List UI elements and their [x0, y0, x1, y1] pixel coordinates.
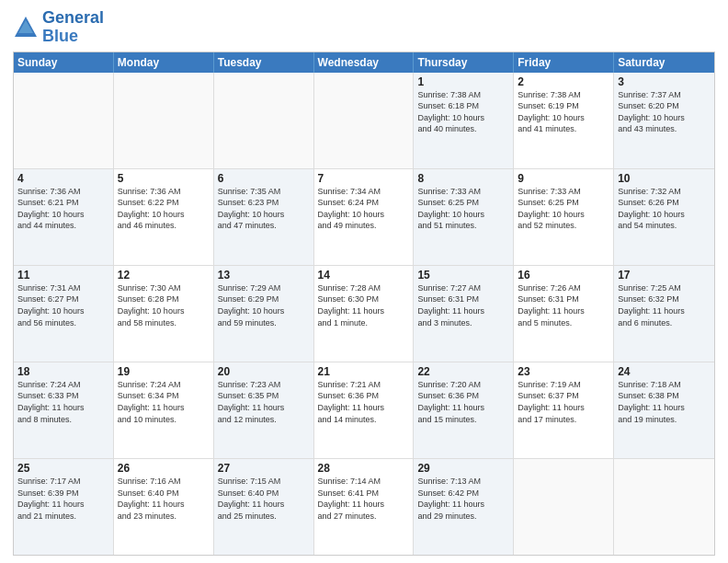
day-info: Sunrise: 7:29 AM Sunset: 6:29 PM Dayligh… — [218, 282, 310, 328]
calendar-week-3: 11Sunrise: 7:31 AM Sunset: 6:27 PM Dayli… — [14, 266, 714, 362]
calendar-cell: 8Sunrise: 7:33 AM Sunset: 6:25 PM Daylig… — [414, 169, 514, 265]
day-number: 23 — [518, 365, 609, 378]
calendar-cell: 19Sunrise: 7:24 AM Sunset: 6:34 PM Dayli… — [114, 362, 214, 458]
calendar-cell: 17Sunrise: 7:25 AM Sunset: 6:32 PM Dayli… — [614, 266, 714, 362]
day-number: 10 — [618, 172, 711, 185]
calendar-cell: 18Sunrise: 7:24 AM Sunset: 6:33 PM Dayli… — [14, 362, 114, 458]
calendar-cell: 3Sunrise: 7:37 AM Sunset: 6:20 PM Daylig… — [614, 73, 714, 168]
day-number: 26 — [118, 462, 210, 475]
header: General Blue — [13, 9, 715, 46]
day-number: 25 — [17, 462, 109, 475]
day-info: Sunrise: 7:18 AM Sunset: 6:38 PM Dayligh… — [618, 379, 711, 425]
day-info: Sunrise: 7:24 AM Sunset: 6:34 PM Dayligh… — [118, 379, 210, 425]
calendar-cell: 26Sunrise: 7:16 AM Sunset: 6:40 PM Dayli… — [114, 459, 214, 555]
calendar-week-2: 4Sunrise: 7:36 AM Sunset: 6:21 PM Daylig… — [14, 169, 714, 266]
day-number: 20 — [218, 365, 310, 378]
day-info: Sunrise: 7:34 AM Sunset: 6:24 PM Dayligh… — [318, 186, 410, 232]
day-info: Sunrise: 7:28 AM Sunset: 6:30 PM Dayligh… — [318, 282, 410, 328]
day-number: 8 — [417, 172, 509, 185]
calendar-cell: 5Sunrise: 7:36 AM Sunset: 6:22 PM Daylig… — [114, 169, 214, 265]
day-info: Sunrise: 7:23 AM Sunset: 6:35 PM Dayligh… — [218, 379, 310, 425]
calendar-cell: 7Sunrise: 7:34 AM Sunset: 6:24 PM Daylig… — [314, 169, 415, 265]
calendar-cell: 21Sunrise: 7:21 AM Sunset: 6:36 PM Dayli… — [314, 362, 415, 458]
calendar-header-row: SundayMondayTuesdayWednesdayThursdayFrid… — [14, 52, 714, 73]
calendar-cell — [14, 73, 114, 168]
day-number: 18 — [17, 365, 109, 378]
day-info: Sunrise: 7:27 AM Sunset: 6:31 PM Dayligh… — [417, 282, 509, 328]
calendar-cell: 13Sunrise: 7:29 AM Sunset: 6:29 PM Dayli… — [214, 266, 314, 362]
day-info: Sunrise: 7:19 AM Sunset: 6:37 PM Dayligh… — [518, 379, 609, 425]
day-info: Sunrise: 7:20 AM Sunset: 6:36 PM Dayligh… — [417, 379, 509, 425]
header-day-tuesday: Tuesday — [214, 52, 314, 73]
calendar-cell: 14Sunrise: 7:28 AM Sunset: 6:30 PM Dayli… — [314, 266, 415, 362]
calendar-cell: 1Sunrise: 7:38 AM Sunset: 6:18 PM Daylig… — [414, 73, 514, 168]
day-info: Sunrise: 7:16 AM Sunset: 6:40 PM Dayligh… — [118, 476, 210, 522]
day-info: Sunrise: 7:21 AM Sunset: 6:36 PM Dayligh… — [318, 379, 410, 425]
calendar-cell — [114, 73, 214, 168]
calendar-week-4: 18Sunrise: 7:24 AM Sunset: 6:33 PM Dayli… — [14, 362, 714, 459]
calendar-cell: 20Sunrise: 7:23 AM Sunset: 6:35 PM Dayli… — [214, 362, 314, 458]
calendar-cell: 22Sunrise: 7:20 AM Sunset: 6:36 PM Dayli… — [414, 362, 514, 458]
day-number: 4 — [17, 172, 109, 185]
day-info: Sunrise: 7:24 AM Sunset: 6:33 PM Dayligh… — [17, 379, 109, 425]
header-day-wednesday: Wednesday — [314, 52, 415, 73]
day-info: Sunrise: 7:31 AM Sunset: 6:27 PM Dayligh… — [17, 282, 109, 328]
day-number: 15 — [417, 269, 509, 282]
day-number: 22 — [417, 365, 509, 378]
day-number: 7 — [318, 172, 410, 185]
calendar-cell: 12Sunrise: 7:30 AM Sunset: 6:28 PM Dayli… — [114, 266, 214, 362]
calendar-cell: 27Sunrise: 7:15 AM Sunset: 6:40 PM Dayli… — [214, 459, 314, 555]
header-day-thursday: Thursday — [414, 52, 514, 73]
day-info: Sunrise: 7:13 AM Sunset: 6:42 PM Dayligh… — [417, 476, 509, 522]
calendar: SundayMondayTuesdayWednesdayThursdayFrid… — [13, 52, 715, 556]
day-info: Sunrise: 7:35 AM Sunset: 6:23 PM Dayligh… — [218, 186, 310, 232]
day-info: Sunrise: 7:32 AM Sunset: 6:26 PM Dayligh… — [618, 186, 711, 232]
logo: General Blue — [13, 9, 104, 46]
day-info: Sunrise: 7:36 AM Sunset: 6:22 PM Dayligh… — [118, 186, 210, 232]
day-info: Sunrise: 7:30 AM Sunset: 6:28 PM Dayligh… — [118, 282, 210, 328]
calendar-cell: 6Sunrise: 7:35 AM Sunset: 6:23 PM Daylig… — [214, 169, 314, 265]
day-info: Sunrise: 7:37 AM Sunset: 6:20 PM Dayligh… — [618, 89, 711, 135]
calendar-cell — [214, 73, 314, 168]
day-info: Sunrise: 7:38 AM Sunset: 6:19 PM Dayligh… — [518, 89, 609, 135]
day-number: 16 — [518, 269, 609, 282]
header-day-friday: Friday — [514, 52, 614, 73]
calendar-week-1: 1Sunrise: 7:38 AM Sunset: 6:18 PM Daylig… — [14, 73, 714, 169]
header-day-saturday: Saturday — [614, 52, 714, 73]
day-info: Sunrise: 7:26 AM Sunset: 6:31 PM Dayligh… — [518, 282, 609, 328]
day-number: 9 — [518, 172, 609, 185]
header-day-sunday: Sunday — [14, 52, 114, 73]
day-number: 13 — [218, 269, 310, 282]
day-info: Sunrise: 7:17 AM Sunset: 6:39 PM Dayligh… — [17, 476, 109, 522]
calendar-cell: 9Sunrise: 7:33 AM Sunset: 6:25 PM Daylig… — [514, 169, 614, 265]
calendar-cell: 24Sunrise: 7:18 AM Sunset: 6:38 PM Dayli… — [614, 362, 714, 458]
calendar-cell — [614, 459, 714, 555]
day-number: 5 — [118, 172, 210, 185]
logo-text: General Blue — [42, 9, 104, 46]
logo-icon — [13, 15, 39, 40]
calendar-cell: 16Sunrise: 7:26 AM Sunset: 6:31 PM Dayli… — [514, 266, 614, 362]
day-number: 12 — [118, 269, 210, 282]
day-number: 3 — [618, 75, 711, 88]
calendar-week-5: 25Sunrise: 7:17 AM Sunset: 6:39 PM Dayli… — [14, 459, 714, 555]
day-number: 6 — [218, 172, 310, 185]
day-info: Sunrise: 7:25 AM Sunset: 6:32 PM Dayligh… — [618, 282, 711, 328]
header-day-monday: Monday — [114, 52, 214, 73]
calendar-cell — [514, 459, 614, 555]
day-number: 14 — [318, 269, 410, 282]
day-number: 17 — [618, 269, 711, 282]
day-number: 2 — [518, 75, 609, 88]
day-number: 11 — [17, 269, 109, 282]
day-number: 29 — [417, 462, 509, 475]
calendar-cell: 29Sunrise: 7:13 AM Sunset: 6:42 PM Dayli… — [414, 459, 514, 555]
day-number: 19 — [118, 365, 210, 378]
day-info: Sunrise: 7:15 AM Sunset: 6:40 PM Dayligh… — [218, 476, 310, 522]
day-info: Sunrise: 7:33 AM Sunset: 6:25 PM Dayligh… — [518, 186, 609, 232]
calendar-cell: 25Sunrise: 7:17 AM Sunset: 6:39 PM Dayli… — [14, 459, 114, 555]
day-number: 27 — [218, 462, 310, 475]
day-number: 28 — [318, 462, 410, 475]
calendar-body: 1Sunrise: 7:38 AM Sunset: 6:18 PM Daylig… — [14, 73, 714, 555]
calendar-cell: 4Sunrise: 7:36 AM Sunset: 6:21 PM Daylig… — [14, 169, 114, 265]
calendar-cell: 28Sunrise: 7:14 AM Sunset: 6:41 PM Dayli… — [314, 459, 415, 555]
day-number: 24 — [618, 365, 711, 378]
